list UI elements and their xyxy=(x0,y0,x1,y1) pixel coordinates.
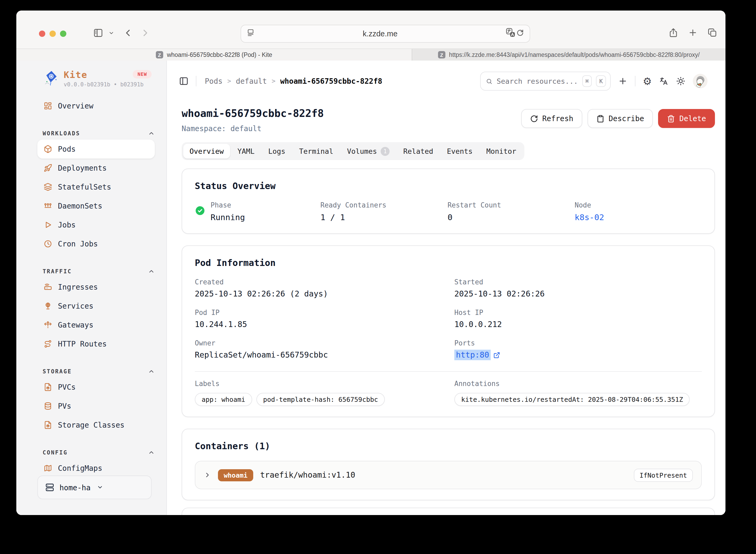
tab-volumes[interactable]: Volumes1 xyxy=(341,144,396,159)
containers-card: Containers (1) whoami traefik/whoami:v1.… xyxy=(182,429,715,500)
sidebar-item-statefulsets[interactable]: StatefulSets xyxy=(37,177,155,197)
container-row[interactable]: whoami traefik/whoami:v1.10 IfNotPresent xyxy=(195,461,702,489)
stat-ready-containers: Ready Containers 1 / 1 xyxy=(321,201,448,223)
refresh-button[interactable]: Refresh xyxy=(521,109,582,128)
owner-link[interactable]: ReplicaSet/whoami-656759cbbc xyxy=(195,350,454,361)
sidebar-item-pods[interactable]: Pods xyxy=(37,140,155,159)
tab-overview-icon[interactable] xyxy=(708,28,717,37)
delete-button[interactable]: Delete xyxy=(658,109,715,128)
url-text: k.zzde.me xyxy=(255,30,506,38)
node-link[interactable]: k8s-02 xyxy=(575,212,702,223)
router-icon xyxy=(44,283,52,291)
sidebar-section-traffic[interactable]: TRAFFIC xyxy=(37,265,155,278)
create-resource-icon[interactable] xyxy=(618,76,628,86)
sidebar-item-storageclasses[interactable]: Storage Classes xyxy=(37,416,155,435)
card-title: Containers (1) xyxy=(195,440,702,452)
browser-window: k.zzde.me Z whoami-656759c xyxy=(16,10,725,515)
breadcrumb-pod-name: whoami-656759cbbc-822f8 xyxy=(280,77,382,85)
sidebar-item-httproutes[interactable]: HTTP Routes xyxy=(37,334,155,353)
main-content: Pods > default > whoami-656759cbbc-822f8… xyxy=(167,61,725,515)
sidebar: Kite v0.0.0-b02391b • b02391b NEW Overvi… xyxy=(16,61,167,515)
cluster-name: home-ha xyxy=(59,483,91,492)
port-link[interactable]: http:80 xyxy=(454,350,491,360)
reload-icon[interactable] xyxy=(516,29,524,39)
database-icon xyxy=(44,402,52,410)
app-logo[interactable]: Kite v0.0.0-b02391b • b02391b NEW xyxy=(45,67,155,90)
tab-terminal[interactable]: Terminal xyxy=(293,144,340,159)
k-key-badge: K xyxy=(596,75,606,87)
browser-sidebar-toggle-icon[interactable] xyxy=(93,28,103,38)
settings-gear-icon[interactable]: ⚙ xyxy=(643,76,652,86)
theme-sun-icon[interactable] xyxy=(676,76,686,86)
browser-tab-active[interactable]: Z whoami-656759cbbc-822f8 (Pod) - Kite xyxy=(16,49,412,61)
sidebar-item-overview[interactable]: Overview xyxy=(37,96,155,115)
tab-overview[interactable]: Overview xyxy=(183,144,230,159)
sidebar-chevron-down-icon[interactable] xyxy=(108,30,114,36)
sidebar-item-daemonsets[interactable]: DaemonSets xyxy=(37,197,155,215)
status-check-icon xyxy=(195,205,205,218)
sidebar-item-pvs[interactable]: PVs xyxy=(37,396,155,416)
card-title: Pod Information xyxy=(195,257,702,269)
sidebar-item-ingresses[interactable]: Ingresses xyxy=(37,278,155,296)
minimize-window-button[interactable] xyxy=(50,31,56,37)
label-pill: app: whoami xyxy=(195,393,252,406)
translate-page-icon[interactable] xyxy=(506,27,516,40)
search-placeholder: Search resources... xyxy=(497,77,578,85)
chevron-up-icon xyxy=(148,130,155,137)
layers-icon xyxy=(44,183,52,191)
sidebar-section-config[interactable]: CONFIG xyxy=(37,446,155,459)
breadcrumb-pods[interactable]: Pods xyxy=(205,77,222,85)
sidebar-item-deployments[interactable]: Deployments xyxy=(37,159,155,177)
zoom-window-button[interactable] xyxy=(60,31,66,37)
tab-related[interactable]: Related xyxy=(397,144,440,159)
sidebar-item-gateways[interactable]: Gateways xyxy=(37,316,155,334)
close-window-button[interactable] xyxy=(39,31,45,37)
sidebar-item-configmaps[interactable]: ConfigMaps xyxy=(37,459,155,478)
divider xyxy=(195,371,702,372)
conditions-card: Conditions xyxy=(182,508,715,515)
stat-restart-count: Restart Count 0 xyxy=(448,201,575,223)
detail-tabs: Overview YAML Logs Terminal Volumes1 Rel… xyxy=(182,142,524,160)
sidebar-item-pvcs[interactable]: PVCs xyxy=(37,378,155,396)
forward-button[interactable] xyxy=(140,28,150,38)
share-icon[interactable] xyxy=(668,28,678,37)
file-volume-icon xyxy=(44,421,52,429)
container-image: traefik/whoami:v1.10 xyxy=(260,470,355,480)
refresh-icon xyxy=(530,115,538,122)
back-button[interactable] xyxy=(123,28,133,38)
search-icon xyxy=(486,77,492,85)
field-started: Started 2025-10-13 02:26:26 xyxy=(454,278,702,300)
tab-title: https://k.zzde.me:8443/api/v1/namespaces… xyxy=(449,52,700,58)
breadcrumb-namespace[interactable]: default xyxy=(236,77,267,85)
sidebar-item-jobs[interactable]: Jobs xyxy=(37,215,155,234)
tab-logs[interactable]: Logs xyxy=(262,144,292,159)
search-input[interactable]: Search resources... ⌘ K xyxy=(480,72,611,91)
labels-group: Labels app: whoami pod-template-hash: 65… xyxy=(195,379,454,406)
field-created: Created 2025-10-13 02:26:26 (2 days) xyxy=(195,278,454,300)
browser-tab-strip: Z whoami-656759cbbc-822f8 (Pod) - Kite Z… xyxy=(16,48,725,61)
stat-phase: Phase Running xyxy=(211,201,321,223)
rocket-icon xyxy=(44,164,52,172)
address-bar[interactable]: k.zzde.me xyxy=(241,25,530,43)
app-version: v0.0.0-b02391b • b02391b xyxy=(64,81,143,88)
describe-button[interactable]: Describe xyxy=(587,109,653,128)
sidebar-section-storage[interactable]: STORAGE xyxy=(37,365,155,378)
browser-tab-inactive[interactable]: Z https://k.zzde.me:8443/api/v1/namespac… xyxy=(412,49,725,61)
chevron-down-icon xyxy=(97,482,103,492)
chevron-up-icon xyxy=(148,368,155,375)
field-ports: Ports http:80 xyxy=(454,339,702,362)
user-avatar[interactable] xyxy=(693,74,708,89)
tab-monitor[interactable]: Monitor xyxy=(480,144,523,159)
panel-toggle-icon[interactable] xyxy=(179,76,188,86)
sidebar-item-cronjobs[interactable]: Cron Jobs xyxy=(37,234,155,253)
reader-view-icon[interactable] xyxy=(246,29,255,39)
tab-yaml[interactable]: YAML xyxy=(231,144,261,159)
status-overview-card: Status Overview Phase Running Ready Cont… xyxy=(182,169,715,234)
pull-policy-badge: IfNotPresent xyxy=(634,468,693,482)
new-tab-icon[interactable] xyxy=(688,28,698,37)
sidebar-section-workloads[interactable]: WORKLOADS xyxy=(37,127,155,140)
language-icon[interactable] xyxy=(659,76,668,86)
tab-events[interactable]: Events xyxy=(441,144,479,159)
cluster-selector[interactable]: home-ha xyxy=(37,476,152,499)
sidebar-item-services[interactable]: Services xyxy=(37,296,155,316)
